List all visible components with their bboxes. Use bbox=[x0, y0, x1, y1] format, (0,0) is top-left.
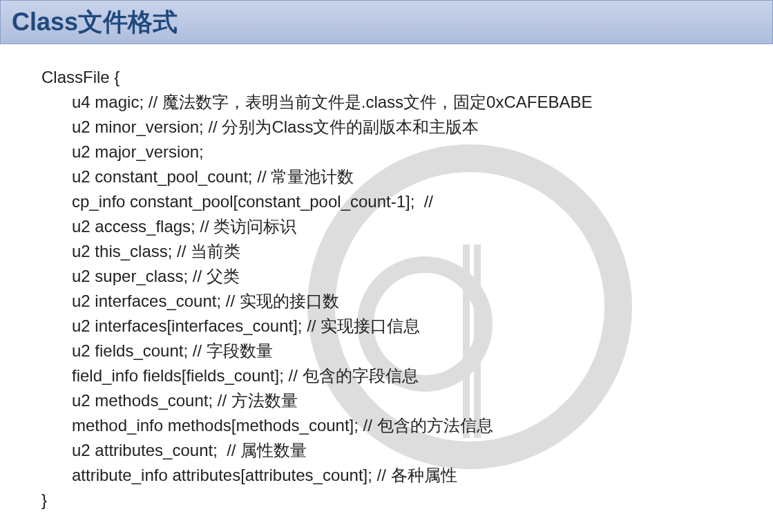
slide-title: Class文件格式 bbox=[12, 6, 178, 39]
code-line: u2 constant_pool_count; // 常量池计数 bbox=[41, 164, 773, 189]
code-line: method_info methods[methods_count]; // 包… bbox=[41, 413, 773, 438]
slide-header: Class文件格式 bbox=[0, 0, 773, 44]
code-struct-open: ClassFile { bbox=[41, 65, 773, 90]
code-line: cp_info constant_pool[constant_pool_coun… bbox=[41, 189, 773, 214]
code-line: u2 super_class; // 父类 bbox=[41, 264, 773, 289]
code-line: u4 magic; // 魔法数字，表明当前文件是.class文件，固定0xCA… bbox=[41, 90, 773, 115]
code-line: u2 major_version; bbox=[41, 140, 773, 164]
code-line: u2 interfaces_count; // 实现的接口数 bbox=[41, 289, 773, 314]
content-area: ClassFile { u4 magic; // 魔法数字，表明当前文件是.cl… bbox=[0, 44, 773, 532]
code-line: u2 methods_count; // 方法数量 bbox=[41, 388, 773, 413]
code-line: u2 interfaces[interfaces_count]; // 实现接口… bbox=[41, 314, 773, 339]
code-line: u2 minor_version; // 分别为Class文件的副版本和主版本 bbox=[41, 115, 773, 140]
code-struct-close: } bbox=[41, 488, 773, 513]
code-line: u2 attributes_count; // 属性数量 bbox=[41, 438, 773, 463]
code-line: field_info fields[fields_count]; // 包含的字… bbox=[41, 363, 773, 388]
code-line: u2 this_class; // 当前类 bbox=[41, 239, 773, 264]
code-line: u2 fields_count; // 字段数量 bbox=[41, 339, 773, 363]
code-block: ClassFile { u4 magic; // 魔法数字，表明当前文件是.cl… bbox=[41, 65, 773, 513]
code-line: attribute_info attributes[attributes_cou… bbox=[41, 463, 773, 488]
code-line: u2 access_flags; // 类访问标识 bbox=[41, 214, 773, 239]
